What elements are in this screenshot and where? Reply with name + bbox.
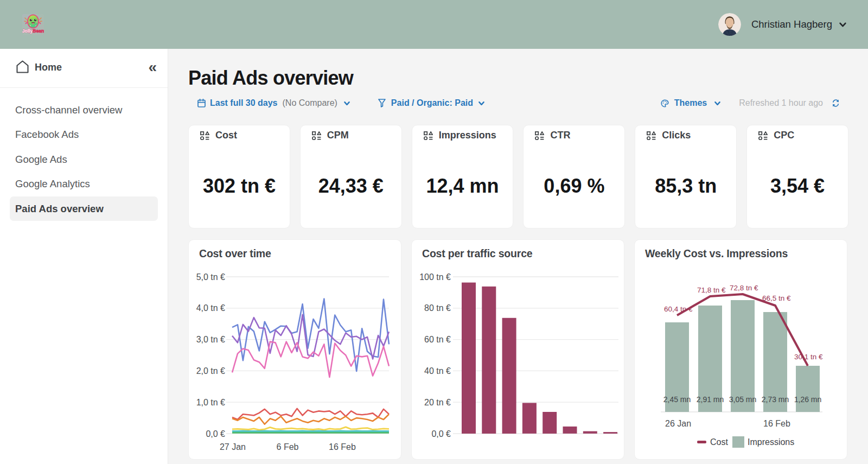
svg-text:27 Jan: 27 Jan xyxy=(220,442,246,452)
svg-text:2,91 mn: 2,91 mn xyxy=(697,395,724,404)
svg-text:4,0 tn €: 4,0 tn € xyxy=(196,303,225,313)
svg-text:71,8 tn €: 71,8 tn € xyxy=(697,286,726,294)
svg-text:Cost: Cost xyxy=(710,437,728,447)
svg-text:16 Feb: 16 Feb xyxy=(329,442,356,452)
svg-text:0,0 €: 0,0 € xyxy=(431,429,451,438)
svg-text:1,0 tn €: 1,0 tn € xyxy=(196,398,225,407)
svg-text:Impressions: Impressions xyxy=(748,437,794,447)
svg-text:60,4 tn €: 60,4 tn € xyxy=(664,305,693,313)
svg-text:2,73 mn: 2,73 mn xyxy=(762,395,789,404)
svg-text:2,0 tn €: 2,0 tn € xyxy=(196,366,225,376)
svg-text:16 Feb: 16 Feb xyxy=(763,419,790,428)
svg-text:100 tn €: 100 tn € xyxy=(419,272,451,282)
svg-text:1,26 mn: 1,26 mn xyxy=(794,395,822,404)
svg-text:40 tn €: 40 tn € xyxy=(424,366,451,376)
svg-text:66,5 tn €: 66,5 tn € xyxy=(762,294,791,302)
svg-text:60 tn €: 60 tn € xyxy=(424,335,451,344)
svg-text:JollyBean: JollyBean xyxy=(22,28,44,34)
svg-text:6 Feb: 6 Feb xyxy=(277,442,299,452)
svg-text:20 tn €: 20 tn € xyxy=(424,398,451,407)
svg-text:80 tn €: 80 tn € xyxy=(424,303,451,313)
svg-text:5,0 tn €: 5,0 tn € xyxy=(196,272,225,282)
svg-text:26 Jan: 26 Jan xyxy=(665,419,691,428)
svg-text:2,45 mn: 2,45 mn xyxy=(663,395,691,404)
svg-text:0,0 €: 0,0 € xyxy=(206,429,225,438)
svg-text:3,0 tn €: 3,0 tn € xyxy=(196,335,225,344)
svg-text:72,8 tn €: 72,8 tn € xyxy=(730,284,758,292)
svg-text:3,05 mn: 3,05 mn xyxy=(729,395,757,404)
svg-text:30,1 tn €: 30,1 tn € xyxy=(794,353,823,361)
